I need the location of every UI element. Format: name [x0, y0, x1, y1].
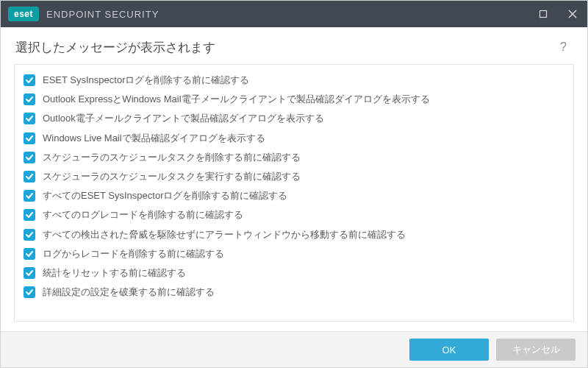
checklist: ESET SysInspectorログを削除する前に確認するOutlook Ex…: [15, 65, 573, 308]
check-row: Windows Live Mailで製品確認ダイアログを表示する: [21, 129, 566, 148]
check-icon: [25, 250, 34, 258]
checkbox[interactable]: [24, 113, 35, 124]
cancel-button[interactable]: キャンセル: [496, 339, 576, 361]
check-row: すべての検出された脅威を駆除せずにアラートウィンドウから移動する前に確認する: [21, 225, 566, 244]
check-label: Windows Live Mailで製品確認ダイアログを表示する: [43, 132, 265, 145]
checkbox[interactable]: [24, 132, 35, 144]
check-row: Outlook電子メールクライアントで製品確認ダイアログを表示する: [21, 109, 566, 128]
check-icon: [25, 230, 34, 239]
dialog-footer: OK キャンセル: [1, 331, 587, 367]
checkbox[interactable]: [24, 248, 35, 260]
check-label: すべての検出された脅威を駆除せずにアラートウィンドウから移動する前に確認する: [43, 228, 406, 241]
dialog-window: eset ENDPOINT SECURITY 選択したメッセージが表示されます …: [0, 0, 588, 368]
check-label: ログからレコードを削除する前に確認する: [43, 247, 224, 261]
check-label: 統計をリセットする前に確認する: [43, 266, 186, 280]
check-icon: [25, 191, 34, 200]
check-label: すべてのESET SysInspectorログを削除する前に確認する: [43, 189, 287, 202]
titlebar: eset ENDPOINT SECURITY: [1, 1, 587, 27]
check-label: Outlook電子メールクライアントで製品確認ダイアログを表示する: [43, 112, 324, 125]
dialog-header: 選択したメッセージが表示されます ?: [1, 27, 587, 64]
check-icon: [25, 134, 34, 143]
checkbox[interactable]: [24, 286, 35, 298]
check-row: 詳細設定の設定を破棄する前に確認する: [21, 283, 566, 302]
brand-badge: eset: [8, 7, 39, 21]
check-icon: [25, 114, 34, 123]
check-icon: [25, 95, 34, 104]
dialog-title: 選択したメッセージが表示されます: [15, 39, 215, 56]
ok-button[interactable]: OK: [409, 339, 489, 361]
help-button[interactable]: ?: [554, 38, 573, 57]
check-row: スケジューラのスケジュールタスクを実行する前に確認する: [21, 167, 566, 186]
check-icon: [25, 76, 34, 85]
check-icon: [25, 210, 34, 219]
check-icon: [25, 153, 34, 162]
checkbox[interactable]: [24, 209, 35, 221]
check-row: 統計をリセットする前に確認する: [21, 263, 566, 283]
checkbox[interactable]: [24, 74, 35, 86]
check-row: スケジューラのスケジュールタスクを削除する前に確認する: [21, 148, 566, 167]
svg-rect-0: [540, 11, 547, 18]
checkbox[interactable]: [24, 190, 35, 202]
check-row: ログからレコードを削除する前に確認する: [21, 244, 566, 263]
check-label: Outlook ExpressとWindows Mail電子メールクライアントで…: [43, 93, 430, 106]
check-label: ESET SysInspectorログを削除する前に確認する: [43, 74, 249, 87]
close-icon: [568, 10, 577, 18]
maximize-icon: [539, 10, 548, 18]
brand-name: ENDPOINT SECURITY: [46, 9, 159, 20]
check-icon: [25, 269, 34, 277]
checkbox[interactable]: [24, 93, 35, 105]
check-row: ESET SysInspectorログを削除する前に確認する: [21, 71, 566, 90]
check-icon: [25, 172, 34, 181]
close-button[interactable]: [558, 1, 587, 27]
check-label: スケジューラのスケジュールタスクを実行する前に確認する: [43, 170, 301, 183]
checkbox[interactable]: [24, 229, 35, 241]
checkbox[interactable]: [24, 152, 35, 163]
minimize-button[interactable]: [528, 1, 558, 27]
check-row: すべてのESET SysInspectorログを削除する前に確認する: [21, 186, 566, 205]
checkbox[interactable]: [24, 267, 35, 279]
checkbox[interactable]: [24, 171, 35, 183]
check-label: すべてのログレコードを削除する前に確認する: [43, 208, 243, 222]
check-icon: [25, 288, 34, 297]
check-row: Outlook ExpressとWindows Mail電子メールクライアントで…: [21, 90, 566, 109]
check-label: スケジューラのスケジュールタスクを削除する前に確認する: [43, 151, 301, 164]
titlebar-controls: [528, 1, 587, 27]
check-label: 詳細設定の設定を破棄する前に確認する: [43, 286, 215, 299]
check-row: すべてのログレコードを削除する前に確認する: [21, 205, 566, 224]
checklist-scroll[interactable]: ESET SysInspectorログを削除する前に確認するOutlook Ex…: [14, 64, 574, 322]
